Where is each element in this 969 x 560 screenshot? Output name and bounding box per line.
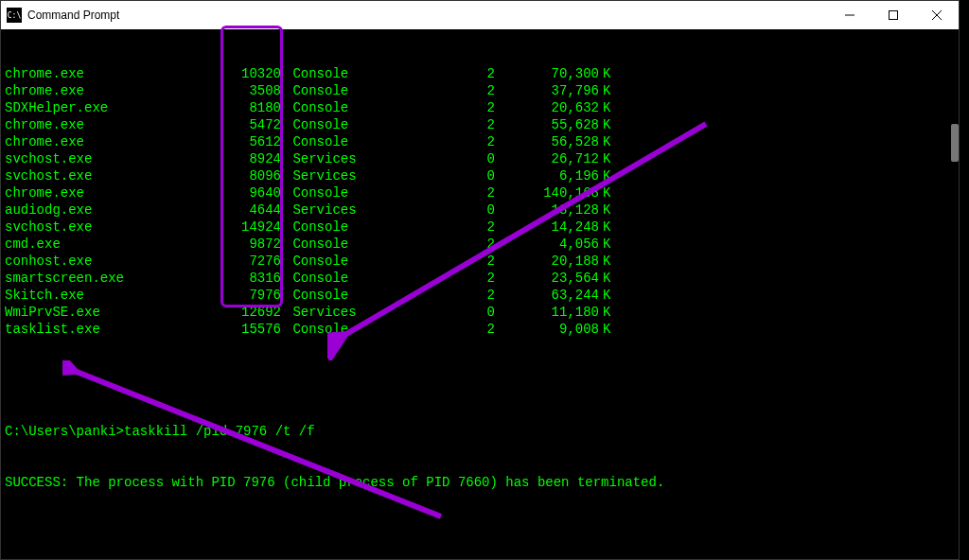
process-row: audiodg.exe4644 Services013,128K bbox=[5, 201, 959, 219]
process-name: WmiPrvSE.exe bbox=[5, 304, 222, 321]
process-name: svchost.exe bbox=[5, 167, 222, 184]
process-mem: 23,564 bbox=[495, 270, 599, 287]
process-session: Console bbox=[281, 133, 357, 150]
process-mem: 14,248 bbox=[495, 219, 599, 236]
titlebar[interactable]: C:\ Command Prompt bbox=[1, 1, 959, 29]
process-row: chrome.exe5472 Console255,628K bbox=[5, 116, 959, 133]
process-row: chrome.exe9640 Console2140,168K bbox=[5, 184, 959, 201]
command-text: taskkill /pid 7976 /t /f bbox=[124, 424, 315, 439]
process-pid: 9872 bbox=[222, 236, 281, 253]
command-line: C:\Users\panki>taskkill /pid 7976 /t /f bbox=[5, 423, 959, 440]
process-row: tasklist.exe15576 Console29,008K bbox=[5, 321, 959, 338]
process-session-num: 0 bbox=[357, 150, 495, 167]
process-name: conhost.exe bbox=[5, 253, 222, 270]
process-mem: 140,168 bbox=[495, 184, 599, 201]
process-mem: 70,300 bbox=[495, 65, 599, 82]
process-mem: 9,008 bbox=[495, 321, 599, 338]
window-title: Command Prompt bbox=[27, 9, 119, 22]
process-session: Console bbox=[281, 99, 357, 116]
process-row: chrome.exe10320 Console270,300K bbox=[5, 65, 959, 82]
process-pid: 15576 bbox=[222, 321, 281, 338]
process-session-num: 2 bbox=[357, 82, 495, 99]
process-pid: 8096 bbox=[222, 167, 281, 184]
process-session: Services bbox=[281, 304, 357, 321]
process-name: chrome.exe bbox=[5, 133, 222, 150]
process-row: SDXHelper.exe8180 Console220,632K bbox=[5, 99, 959, 116]
process-pid: 4644 bbox=[222, 201, 281, 219]
mem-unit: K bbox=[599, 287, 614, 304]
process-session-num: 2 bbox=[357, 133, 495, 150]
result-line: SUCCESS: The process with PID 7976 (chil… bbox=[5, 474, 959, 491]
process-session-num: 0 bbox=[357, 167, 495, 184]
process-name: chrome.exe bbox=[5, 65, 222, 82]
process-mem: 4,056 bbox=[495, 236, 599, 253]
blank-line bbox=[5, 525, 959, 542]
process-pid: 10320 bbox=[222, 65, 281, 82]
process-name: chrome.exe bbox=[5, 184, 222, 201]
process-session-num: 0 bbox=[357, 201, 495, 219]
process-row: chrome.exe3508 Console237,796K bbox=[5, 82, 959, 99]
process-mem: 55,628 bbox=[495, 116, 599, 133]
terminal-output[interactable]: chrome.exe10320 Console270,300Kchrome.ex… bbox=[1, 29, 959, 559]
process-session: Console bbox=[281, 116, 357, 133]
blank-line bbox=[5, 372, 959, 389]
process-row: chrome.exe5612 Console256,528K bbox=[5, 133, 959, 150]
process-name: chrome.exe bbox=[5, 82, 222, 99]
mem-unit: K bbox=[599, 184, 614, 201]
process-session-num: 2 bbox=[357, 65, 495, 82]
process-name: tasklist.exe bbox=[5, 321, 222, 338]
process-name: SDXHelper.exe bbox=[5, 99, 222, 116]
mem-unit: K bbox=[599, 219, 614, 236]
process-mem: 20,632 bbox=[495, 99, 599, 116]
process-session: Console bbox=[281, 270, 357, 287]
scrollbar-thumb[interactable] bbox=[951, 124, 959, 162]
maximize-button[interactable] bbox=[872, 1, 915, 29]
mem-unit: K bbox=[599, 270, 614, 287]
mem-unit: K bbox=[599, 321, 614, 338]
process-session: Console bbox=[281, 219, 357, 236]
minimize-button[interactable] bbox=[828, 1, 872, 29]
process-row: svchost.exe14924 Console214,248K bbox=[5, 219, 959, 236]
process-name: chrome.exe bbox=[5, 116, 222, 133]
vertical-scrollbar[interactable] bbox=[949, 29, 959, 559]
process-row: WmiPrvSE.exe12692 Services011,180K bbox=[5, 304, 959, 321]
process-name: svchost.exe bbox=[5, 150, 222, 167]
process-session: Console bbox=[281, 82, 357, 99]
process-row: svchost.exe8096 Services06,196K bbox=[5, 167, 959, 184]
process-pid: 9640 bbox=[222, 184, 281, 201]
process-name: cmd.exe bbox=[5, 236, 222, 253]
mem-unit: K bbox=[599, 82, 614, 99]
process-session-num: 2 bbox=[357, 236, 495, 253]
process-name: audiodg.exe bbox=[5, 201, 222, 219]
process-session: Console bbox=[281, 287, 357, 304]
process-pid: 8316 bbox=[222, 270, 281, 287]
prompt-path: C:\Users\panki> bbox=[5, 424, 124, 439]
process-pid: 14924 bbox=[222, 219, 281, 236]
close-button[interactable] bbox=[915, 1, 959, 29]
process-session-num: 2 bbox=[357, 219, 495, 236]
process-session: Console bbox=[281, 253, 357, 270]
process-mem: 11,180 bbox=[495, 304, 599, 321]
process-pid: 12692 bbox=[222, 304, 281, 321]
process-mem: 37,796 bbox=[495, 82, 599, 99]
cmd-icon: C:\ bbox=[7, 8, 22, 23]
mem-unit: K bbox=[599, 65, 614, 82]
process-row: svchost.exe8924 Services026,712K bbox=[5, 150, 959, 167]
process-session-num: 2 bbox=[357, 253, 495, 270]
process-row: cmd.exe9872 Console24,056K bbox=[5, 236, 959, 253]
process-session-num: 2 bbox=[357, 116, 495, 133]
success-message: SUCCESS: The process with PID 7976 (chil… bbox=[5, 475, 664, 490]
process-session: Console bbox=[281, 236, 357, 253]
process-pid: 3508 bbox=[222, 82, 281, 99]
process-pid: 8180 bbox=[222, 99, 281, 116]
mem-unit: K bbox=[599, 236, 614, 253]
process-pid: 5472 bbox=[222, 116, 281, 133]
process-mem: 13,128 bbox=[495, 201, 599, 219]
process-row: smartscreen.exe8316 Console223,564K bbox=[5, 270, 959, 287]
process-session-num: 2 bbox=[357, 287, 495, 304]
mem-unit: K bbox=[599, 99, 614, 116]
mem-unit: K bbox=[599, 304, 614, 321]
process-session-num: 0 bbox=[357, 304, 495, 321]
process-mem: 63,244 bbox=[495, 287, 599, 304]
process-pid: 5612 bbox=[222, 133, 281, 150]
